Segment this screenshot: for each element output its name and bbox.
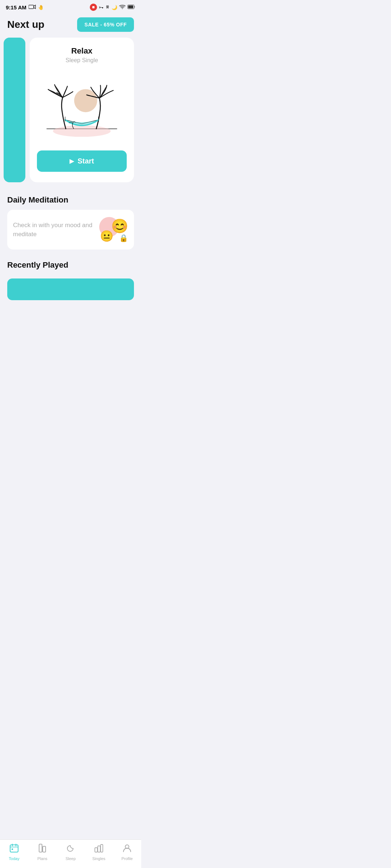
happy-emoji: 😊 bbox=[111, 219, 128, 233]
svg-rect-4 bbox=[128, 5, 133, 8]
lock-icon: 🔒 bbox=[119, 234, 128, 242]
status-time: 9:15 AM bbox=[6, 4, 26, 10]
card-subtitle: Sleep Single bbox=[66, 57, 98, 64]
camera-icon bbox=[29, 4, 36, 10]
recently-played-section: Recently Played bbox=[0, 253, 141, 278]
page-title: Next up bbox=[7, 19, 45, 30]
wifi-icon bbox=[119, 4, 126, 10]
battery-icon bbox=[127, 5, 135, 10]
play-icon: ▶ bbox=[70, 158, 74, 165]
svg-point-7 bbox=[74, 89, 97, 112]
daily-meditation-title: Daily Meditation bbox=[7, 195, 134, 205]
hand-icon: 🤚 bbox=[38, 5, 44, 10]
svg-point-6 bbox=[53, 125, 110, 137]
meditation-card-text: Check in with your mood and meditate bbox=[13, 221, 93, 239]
card-carousel: Relax Sleep Single bbox=[0, 38, 141, 188]
status-bar: 9:15 AM 🤚 🗝 🌙 bbox=[0, 0, 141, 13]
start-label: Start bbox=[77, 157, 94, 165]
sale-button[interactable]: SALE - 65% OFF bbox=[77, 17, 134, 32]
svg-rect-0 bbox=[29, 5, 34, 9]
recently-played-card[interactable] bbox=[7, 278, 134, 300]
page-header: Next up SALE - 65% OFF bbox=[0, 13, 141, 38]
card-title: Relax bbox=[71, 46, 93, 56]
bluetooth-icon bbox=[105, 4, 110, 11]
card-illustration bbox=[37, 71, 127, 143]
main-card: Relax Sleep Single bbox=[30, 38, 134, 182]
neutral-emoji: 😐 bbox=[100, 231, 113, 242]
recently-played-title: Recently Played bbox=[7, 260, 134, 270]
meditation-card[interactable]: Check in with your mood and meditate 😊 😐… bbox=[7, 210, 134, 250]
prev-card-partial bbox=[4, 38, 25, 182]
svg-point-2 bbox=[122, 8, 123, 9]
meditation-emoji: 😊 😐 🔒 bbox=[99, 217, 128, 242]
svg-rect-1 bbox=[92, 6, 94, 8]
record-icon bbox=[90, 4, 97, 11]
key-icon: 🗝 bbox=[99, 5, 104, 10]
start-button[interactable]: ▶ Start bbox=[37, 150, 127, 172]
daily-meditation-section: Daily Meditation Check in with your mood… bbox=[0, 188, 141, 253]
moon-icon: 🌙 bbox=[112, 5, 117, 10]
